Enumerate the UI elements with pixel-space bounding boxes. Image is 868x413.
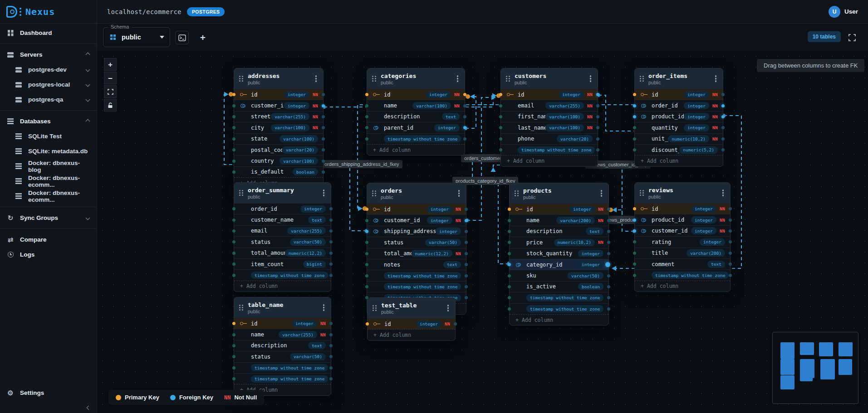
column-row-stock_quantity[interactable]: stock_quantityinteger bbox=[510, 248, 608, 259]
right-handle[interactable] bbox=[607, 285, 610, 288]
right-handle[interactable] bbox=[465, 263, 468, 266]
left-handle[interactable] bbox=[365, 263, 368, 266]
column-row-is_active[interactable]: is_activeboolean bbox=[510, 281, 608, 292]
table-header[interactable]: order_itemspublic bbox=[635, 68, 723, 89]
table-customers[interactable]: customerspublicidintegerNNemailvarchar(2… bbox=[500, 68, 598, 167]
column-row-description[interactable]: descriptiontext bbox=[234, 340, 331, 351]
sidebar-item-docker-dbnexus-ecomm-[interactable]: Docker: dbnexus-ecomm... bbox=[0, 189, 97, 204]
column-row-id[interactable]: idintegerNN bbox=[367, 89, 465, 100]
left-handle[interactable] bbox=[232, 219, 235, 222]
column-row-name[interactable]: namevarchar(100)NN bbox=[367, 100, 465, 111]
left-handle[interactable] bbox=[508, 230, 511, 233]
sidebar-item-sqlite-test[interactable]: SQLite Test bbox=[0, 129, 97, 144]
left-handle[interactable] bbox=[365, 230, 368, 233]
table-header[interactable]: productspublic bbox=[510, 183, 608, 204]
sidebar-item-logs[interactable]: Logs bbox=[0, 247, 97, 262]
right-handle[interactable] bbox=[322, 93, 325, 96]
table-order_summary[interactable]: order_summarypublicorder_idintegercustom… bbox=[234, 182, 331, 292]
right-handle[interactable] bbox=[721, 137, 725, 141]
right-handle[interactable] bbox=[329, 262, 333, 266]
column-row-postal_code[interactable]: postal_codevarchar(20) bbox=[234, 144, 323, 155]
right-handle[interactable] bbox=[465, 208, 468, 211]
column-row-shipped_at[interactable]: shipped_attimestamp without time zone bbox=[367, 281, 466, 292]
left-handle[interactable] bbox=[232, 207, 235, 210]
left-handle[interactable] bbox=[232, 229, 235, 233]
right-handle[interactable] bbox=[729, 240, 732, 243]
right-handle[interactable] bbox=[322, 126, 325, 129]
column-row-id[interactable]: idintegerNN bbox=[234, 89, 323, 100]
column-row-comment[interactable]: commenttext bbox=[635, 258, 730, 269]
right-handle[interactable] bbox=[729, 262, 732, 266]
column-row-first_name[interactable]: first_namevarchar(100)NN bbox=[501, 111, 598, 122]
column-row-sku[interactable]: skuvarchar(50) bbox=[510, 270, 608, 281]
sidebar-item-docker-dbnexus-ecomm-[interactable]: Docker: dbnexus-ecomm... bbox=[0, 174, 97, 189]
left-handle[interactable] bbox=[508, 208, 511, 211]
left-handle[interactable] bbox=[365, 252, 368, 255]
user-avatar[interactable]: U bbox=[829, 6, 840, 18]
table-reviews[interactable]: reviewspublicidintegerNNproduct_idintege… bbox=[634, 182, 731, 292]
add-column-button[interactable]: +Add column bbox=[635, 281, 730, 292]
left-handle[interactable] bbox=[508, 263, 511, 266]
column-row-name[interactable]: namevarchar(255)NN bbox=[234, 329, 331, 340]
column-row-state[interactable]: statevarchar(100) bbox=[234, 133, 323, 144]
sidebar-item-databases[interactable]: Databases bbox=[0, 114, 97, 129]
left-handle[interactable] bbox=[499, 93, 502, 96]
left-handle[interactable] bbox=[499, 115, 502, 118]
column-row-is_default[interactable]: is_defaultboolean bbox=[234, 166, 323, 177]
left-handle[interactable] bbox=[365, 104, 368, 107]
column-row-customer_name[interactable]: customer_nametext bbox=[234, 214, 331, 225]
left-handle[interactable] bbox=[232, 322, 235, 325]
column-row-status[interactable]: statusvarchar(50) bbox=[234, 236, 331, 247]
left-handle[interactable] bbox=[232, 170, 235, 174]
table-products[interactable]: productspublicidintegerNNnamevarchar(200… bbox=[509, 183, 609, 326]
table-menu-button[interactable] bbox=[321, 189, 327, 197]
right-handle[interactable] bbox=[596, 137, 599, 141]
left-handle[interactable] bbox=[365, 208, 368, 211]
table-menu-button[interactable] bbox=[721, 189, 726, 197]
right-handle[interactable] bbox=[465, 274, 468, 277]
table-header[interactable]: reviewspublic bbox=[635, 183, 730, 203]
left-handle[interactable] bbox=[365, 126, 368, 129]
left-handle[interactable] bbox=[633, 207, 636, 210]
sidebar-item-servers[interactable]: Servers bbox=[0, 47, 97, 62]
right-handle[interactable] bbox=[322, 170, 325, 174]
left-handle[interactable] bbox=[508, 285, 511, 288]
column-row-created_at[interactable]: created_attimestamp without time zone bbox=[501, 144, 598, 155]
right-handle[interactable] bbox=[322, 104, 325, 107]
table-table_name[interactable]: table_namepublicidintegerNNnamevarchar(2… bbox=[234, 297, 331, 396]
right-handle[interactable] bbox=[729, 207, 732, 210]
column-row-id[interactable]: idintegerNN bbox=[635, 89, 723, 100]
table-menu-button[interactable] bbox=[713, 74, 719, 83]
right-handle[interactable] bbox=[463, 93, 466, 96]
add-column-button[interactable]: +Add column bbox=[501, 155, 598, 166]
column-row-shipping_address_id[interactable]: shipping_address_idinteger bbox=[367, 226, 466, 237]
sidebar-item-postgres-dev[interactable]: postgres-dev bbox=[0, 62, 97, 77]
add-column-button[interactable]: +Add column bbox=[368, 329, 455, 340]
column-row-order_id[interactable]: order_idintegerNN bbox=[635, 100, 723, 111]
right-handle[interactable] bbox=[329, 344, 333, 347]
right-handle[interactable] bbox=[721, 93, 725, 96]
column-row-created_at[interactable]: created_attimestamp without time zone bbox=[510, 292, 608, 303]
column-row-customer_id[interactable]: customer_idintegerNN bbox=[234, 100, 323, 111]
left-handle[interactable] bbox=[366, 322, 369, 326]
left-handle[interactable] bbox=[633, 93, 636, 96]
column-row-country[interactable]: countryvarchar(100) bbox=[234, 155, 323, 166]
left-handle[interactable] bbox=[633, 229, 636, 233]
right-handle[interactable] bbox=[463, 126, 466, 129]
column-row-total_amount[interactable]: total_amountnumeric(12,2) bbox=[234, 248, 331, 258]
left-handle[interactable] bbox=[232, 333, 235, 336]
right-handle[interactable] bbox=[329, 274, 333, 277]
column-row-rating[interactable]: ratinginteger bbox=[635, 236, 730, 247]
right-handle[interactable] bbox=[465, 241, 468, 244]
column-row-id[interactable]: idintegerNN bbox=[368, 318, 455, 329]
column-row-description[interactable]: descriptiontext bbox=[510, 226, 608, 237]
right-handle[interactable] bbox=[607, 274, 610, 277]
column-row-product_id[interactable]: product_idintegerNN bbox=[635, 111, 723, 122]
column-row-quantity[interactable]: quantityintegerNN bbox=[635, 122, 723, 133]
table-header[interactable]: order_summarypublic bbox=[234, 183, 331, 203]
fullscreen-button[interactable] bbox=[846, 32, 858, 44]
left-handle[interactable] bbox=[633, 104, 636, 107]
left-handle[interactable] bbox=[499, 126, 502, 129]
table-header[interactable]: categoriespublic bbox=[367, 68, 465, 89]
right-handle[interactable] bbox=[329, 219, 333, 222]
